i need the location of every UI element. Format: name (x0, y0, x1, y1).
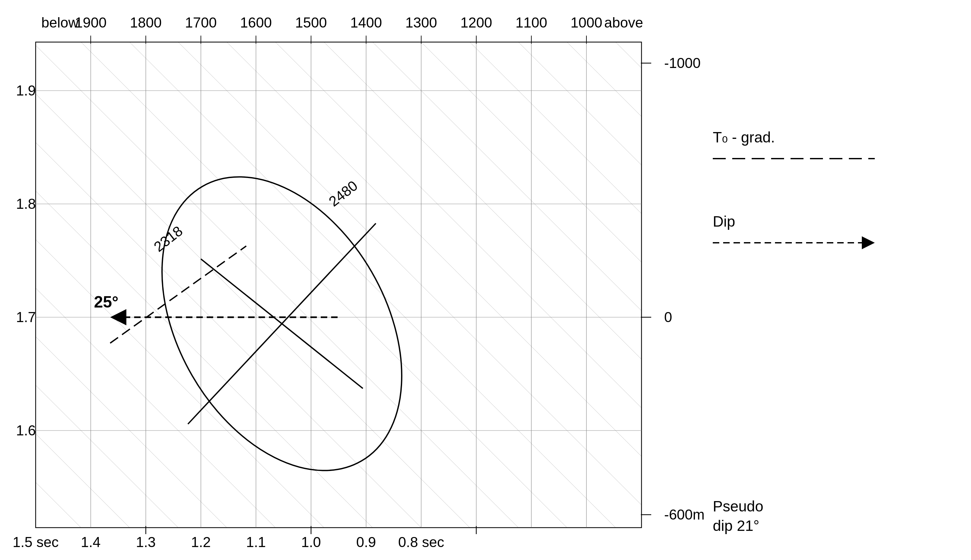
main-container: below 1900 1800 1700 1600 1500 1400 1300… (0, 0, 971, 560)
bottom-label-11: 1.1 (246, 534, 266, 550)
top-label-above: above (604, 15, 643, 30)
bottom-label-09: 0.9 (356, 534, 376, 550)
legend-t0-grad-label: T₀ - grad. (713, 129, 775, 146)
top-label-1300: 1300 (405, 15, 437, 30)
top-label-1600: 1600 (240, 15, 272, 30)
top-label-1100: 1100 (515, 15, 547, 30)
top-label-1000: 1000 (570, 15, 602, 30)
top-label-1400: 1400 (350, 15, 382, 30)
bottom-label-08: 0.8 sec (398, 534, 444, 550)
top-label-1800: 1800 (130, 15, 162, 30)
right-label-1000: -1000 (664, 55, 701, 71)
left-label-19: 1.9 (16, 83, 36, 98)
top-label-1700: 1700 (185, 15, 217, 30)
bottom-label-12: 1.2 (191, 534, 211, 550)
top-label-1200: 1200 (460, 15, 492, 30)
left-label-16: 1.6 (16, 422, 36, 438)
legend-dip-label: Dip (713, 213, 735, 230)
top-label-1900: 1900 (75, 15, 107, 30)
bottom-label-14: 1.4 (81, 534, 100, 550)
legend-pseudo-label: Pseudo (713, 498, 763, 515)
bottom-label-15: 1.5 sec (13, 534, 58, 550)
legend-pseudo-dip-value: dip 21° (713, 517, 759, 534)
left-label-18: 1.8 (16, 196, 36, 212)
bottom-label-10: 1.0 (301, 534, 321, 550)
top-label-1500: 1500 (295, 15, 327, 30)
right-label-minus600: -600m (664, 507, 705, 522)
right-label-0: 0 (664, 309, 672, 325)
left-label-17: 1.7 (16, 309, 36, 325)
bottom-label-13: 1.3 (136, 534, 155, 550)
angle-label: 25° (94, 293, 119, 311)
top-label-below: below (42, 15, 79, 30)
